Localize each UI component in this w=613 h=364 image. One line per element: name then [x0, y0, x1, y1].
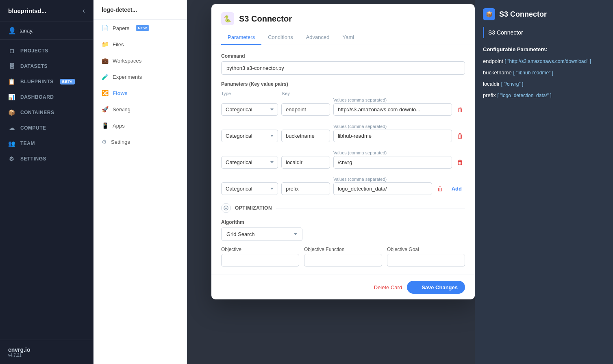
- sidebar-item-dashboard[interactable]: 📊 DASHBOARD: [0, 89, 93, 105]
- objective-input[interactable]: [221, 254, 299, 266]
- command-label: Command: [221, 53, 465, 59]
- objective-goal-col: Objective Goal: [387, 247, 465, 266]
- delete-param-2[interactable]: 🗑: [455, 131, 465, 141]
- command-input[interactable]: [221, 61, 465, 75]
- type-value-4: Categorical: [226, 186, 252, 192]
- values-input-3[interactable]: [333, 156, 452, 169]
- delete-param-3[interactable]: 🗑: [455, 157, 465, 168]
- type-value-3: Categorical: [226, 159, 252, 165]
- tab-conditions[interactable]: Conditions: [261, 30, 299, 45]
- compute-icon: ☁: [8, 124, 15, 132]
- sidebar-item-compute[interactable]: ☁ COMPUTE: [0, 120, 93, 136]
- delete-param-1[interactable]: 🗑: [455, 104, 465, 115]
- type-select-1[interactable]: Categorical: [221, 103, 278, 116]
- type-select-2[interactable]: Categorical: [221, 130, 278, 142]
- key-input-3[interactable]: [281, 156, 330, 169]
- sidebar-item-label: COMPUTE: [20, 125, 46, 131]
- modal-body: Command Parameters (Key value pairs) Typ…: [211, 45, 475, 275]
- panel-item-label: Settings: [111, 139, 130, 145]
- sidebar-item-team[interactable]: 👥 TEAM: [0, 136, 93, 151]
- sidebar-item-settings[interactable]: ⚙ SETTINGS: [0, 151, 93, 167]
- values-col-label-4: Values (comma separated): [333, 177, 465, 182]
- tab-parameters[interactable]: Parameters: [221, 30, 261, 45]
- key-input-1[interactable]: [281, 103, 330, 116]
- objective-goal-input[interactable]: [387, 254, 465, 266]
- panel-item-files[interactable]: 📁 Files: [93, 36, 187, 52]
- delete-param-4[interactable]: 🗑: [435, 184, 445, 194]
- chevron-down-icon-3: [270, 161, 274, 163]
- sidebar-item-label: TEAM: [20, 141, 35, 146]
- sidebar-item-blueprints[interactable]: 📋 BLUEPRINTS BETA: [0, 74, 93, 89]
- tab-advanced[interactable]: Advanced: [300, 30, 336, 45]
- sidebar-item-label: BLUEPRINTS: [20, 79, 54, 84]
- panel-item-workspaces[interactable]: 💼 Workspaces: [93, 52, 187, 69]
- save-changes-button[interactable]: ✓ Save Changes: [407, 281, 465, 294]
- values-input-1[interactable]: [333, 103, 452, 116]
- config-param-value-prefix: [ "logo_detection_data/" ]: [497, 93, 551, 98]
- key-input-2[interactable]: [281, 130, 330, 142]
- config-param-value-localdir: [ "/cnvrg" ]: [501, 81, 524, 87]
- sidebar-item-label: CONTAINERS: [20, 110, 54, 115]
- config-param-bucketname: bucketname [ "libhub-readme" ]: [483, 69, 605, 76]
- right-panel-icon: 📦: [483, 8, 495, 20]
- sidebar-item-projects[interactable]: ◻ PROJECTS: [0, 43, 93, 58]
- values-col-label-2: Values (comma separated): [333, 124, 465, 129]
- app-name: blueprintsd...: [8, 7, 46, 14]
- values-input-4[interactable]: [333, 182, 432, 195]
- config-param-name-endpoint: endpoint: [483, 58, 505, 64]
- svg-point-0: [224, 206, 228, 210]
- footer-version: v4.7.21: [8, 353, 85, 358]
- panel-item-serving[interactable]: 🚀 Serving: [93, 101, 187, 117]
- modal-header: 🐍 S3 Connector: [211, 4, 475, 25]
- config-param-prefix: prefix [ "logo_detection_data/" ]: [483, 91, 605, 99]
- algorithm-value: Grid Search: [226, 231, 254, 237]
- delete-card-button[interactable]: Delete Card: [374, 284, 402, 290]
- dashboard-icon: 📊: [8, 93, 15, 101]
- workspaces-icon: 💼: [102, 57, 109, 64]
- objective-function-label: Objective Function: [304, 247, 382, 252]
- panel-item-papers[interactable]: 📄 Papers NEW: [93, 20, 187, 36]
- objective-col: Objective: [221, 247, 299, 266]
- objective-function-input[interactable]: [304, 254, 382, 266]
- values-input-2[interactable]: [333, 130, 452, 142]
- containers-icon: 📦: [8, 109, 15, 116]
- sidebar-item-label: DASHBOARD: [20, 94, 54, 100]
- optimization-section: Algorithm Grid Search Objective Objectiv…: [221, 219, 465, 266]
- sidebar-item-datasets[interactable]: 🗄 DATASETS: [0, 58, 93, 74]
- sidebar-item-containers[interactable]: 📦 CONTAINERS: [0, 105, 93, 120]
- python-icon: 🐍: [224, 15, 232, 23]
- key-input-4[interactable]: [281, 182, 330, 195]
- params-label: Parameters (Key value pairs): [221, 81, 465, 87]
- config-param-name-prefix: prefix: [483, 92, 497, 98]
- config-param-endpoint: endpoint [ "http://s3.amazonaws.com/down…: [483, 57, 605, 65]
- param-row-4: Values (comma separated) Categorical 🗑 A…: [221, 177, 465, 199]
- collapse-optimization-button[interactable]: [221, 203, 231, 213]
- sidebar-item-label: SETTINGS: [20, 156, 46, 162]
- sidebar: blueprintsd... ‹ 👤 tanay. ◻ PROJECTS 🗄 D…: [0, 0, 93, 364]
- panel-item-flows[interactable]: 🔀 Flows: [93, 85, 187, 101]
- objective-row: Objective Objective Function Objective G…: [221, 247, 465, 266]
- projects-icon: ◻: [8, 47, 15, 54]
- algorithm-select[interactable]: Grid Search: [221, 228, 302, 241]
- tab-yaml[interactable]: Yaml: [336, 30, 361, 45]
- datasets-icon: 🗄: [8, 63, 15, 70]
- sidebar-item-label: DATASETS: [20, 63, 48, 69]
- sidebar-item-label: PROJECTS: [20, 48, 48, 54]
- papers-icon: 📄: [102, 25, 109, 31]
- add-param-button[interactable]: Add: [448, 184, 465, 193]
- experiments-icon: 🧪: [102, 74, 109, 80]
- param-row-2: Values (comma separated) Categorical 🗑: [221, 124, 465, 146]
- panel-item-label: Serving: [113, 106, 130, 113]
- panel-item-label: Apps: [113, 123, 125, 129]
- panel-item-settings[interactable]: ⚙ Settings: [93, 134, 187, 150]
- config-param-name-localdir: localdir: [483, 81, 501, 87]
- type-value-1: Categorical: [226, 106, 252, 113]
- panel-item-experiments[interactable]: 🧪 Experiments: [93, 69, 187, 85]
- collapse-sidebar-button[interactable]: ‹: [83, 6, 85, 15]
- panel-item-apps[interactable]: 📱 Apps: [93, 117, 187, 134]
- config-param-localdir: localdir [ "/cnvrg" ]: [483, 80, 605, 87]
- type-select-4[interactable]: Categorical: [221, 182, 278, 195]
- values-col-label-3: Values (comma separated): [333, 150, 465, 155]
- type-select-3[interactable]: Categorical: [221, 156, 278, 169]
- panel-item-label: Workspaces: [113, 58, 141, 64]
